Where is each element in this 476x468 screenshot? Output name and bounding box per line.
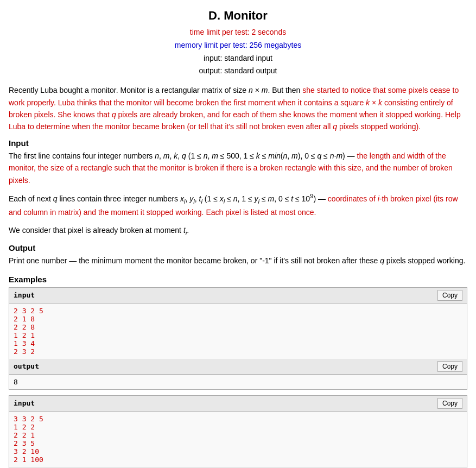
example-1-input-copy-button[interactable]: Copy [437, 290, 462, 301]
problem-statement: Recently Luba bought a monitor. Monitor … [9, 84, 467, 133]
example-2-input-line-1: 3 3 2 5 [14, 415, 462, 423]
example-2-input-label: input [14, 399, 35, 407]
example-1-input-line-1: 2 3 2 5 [14, 307, 462, 315]
input-description-2: Each of next q lines contain three integ… [9, 192, 467, 219]
example-1-input-line-3: 2 2 8 [14, 323, 462, 331]
output-section-title: Output [9, 243, 467, 252]
input-description-1: The first line contains four integer num… [9, 150, 467, 186]
example-1-output-header: output Copy [9, 359, 467, 375]
example-2-input-header: input Copy [9, 396, 467, 412]
meta-info: time limit per test: 2 seconds memory li… [9, 26, 467, 78]
example-2-input-body: 3 3 2 5 1 2 2 2 2 1 2 3 5 3 2 10 2 1 100 [9, 412, 467, 467]
example-2-input-copy-button[interactable]: Copy [437, 398, 462, 409]
memory-limit: memory limit per test: 256 megabytes [9, 39, 467, 52]
example-1-input-line-4: 1 2 1 [14, 331, 462, 339]
example-1-input-header: input Copy [9, 288, 467, 303]
example-2: input Copy 3 3 2 5 1 2 2 2 2 1 2 3 5 3 2… [9, 395, 467, 468]
input-description-3: We consider that pixel is already broken… [9, 224, 467, 238]
example-1-input-label: input [14, 291, 35, 299]
example-1-input-body: 2 3 2 5 2 1 8 2 2 8 1 2 1 1 3 4 2 3 2 [9, 303, 467, 359]
output-description: Print one number — the minimum moment th… [9, 255, 467, 267]
example-1-output-copy-button[interactable]: Copy [437, 361, 462, 372]
time-limit: time limit per test: 2 seconds [9, 26, 467, 39]
input-type: input: standard input [9, 52, 467, 65]
example-1-input-line-5: 1 3 4 [14, 339, 462, 347]
example-1-input-line-2: 2 1 8 [14, 315, 462, 323]
input-section-title: Input [9, 138, 467, 148]
example-1-output-body: 8 [9, 375, 467, 389]
examples-title: Examples [9, 275, 467, 284]
page-title: D. Monitor [9, 9, 467, 23]
example-2-input-line-6: 2 1 100 [14, 456, 462, 464]
example-2-input-line-5: 3 2 10 [14, 447, 462, 456]
example-2-input-line-2: 1 2 2 [14, 423, 462, 431]
example-1-input-line-6: 2 3 2 [14, 347, 462, 356]
example-1-output-line-1: 8 [14, 378, 462, 386]
example-1: input Copy 2 3 2 5 2 1 8 2 2 8 1 2 1 1 3… [9, 287, 467, 390]
example-1-output-label: output [14, 362, 39, 370]
example-2-input-line-4: 2 3 5 [14, 439, 462, 447]
output-type: output: standard output [9, 65, 467, 78]
example-2-input-line-3: 2 2 1 [14, 431, 462, 439]
